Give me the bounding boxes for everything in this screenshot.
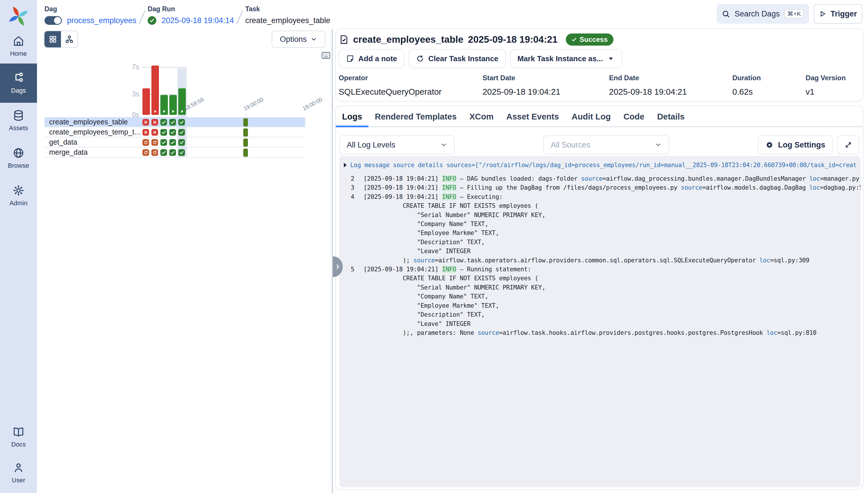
task-instance-success-icon[interactable] — [178, 149, 185, 156]
log-line-number — [344, 274, 354, 283]
log-line: ); source=airflow.task.operators.airflow… — [344, 256, 856, 265]
grid-view-button[interactable] — [44, 31, 61, 47]
dag-run-link[interactable]: 2025-09-18 19:04:14 — [162, 16, 234, 25]
task-row[interactable]: get_data — [44, 137, 305, 148]
meta-duration: Duration0.62s — [732, 74, 806, 97]
chevron-down-icon — [440, 142, 447, 148]
task-instance-retry-icon[interactable] — [152, 149, 158, 156]
log-line-number — [344, 301, 354, 310]
tab-xcom[interactable]: XCom — [463, 110, 500, 126]
log-line: "Company Name" TEXT, — [344, 292, 856, 301]
dag-run-bar[interactable] — [152, 66, 159, 115]
log-source-select[interactable]: All Sources — [543, 135, 669, 154]
breadcrumb: Dag process_employees Dag Run 2025-09-18… — [44, 5, 330, 25]
meta-dag-version: Dag Versionv1 — [806, 74, 860, 97]
tab-code[interactable]: Code — [617, 110, 651, 126]
log-line-number: 3 — [344, 183, 354, 192]
task-instance-failed-icon[interactable] — [152, 119, 158, 126]
log-source-header[interactable]: Log message source details sources=["/ro… — [344, 160, 856, 170]
play-state-icon — [171, 109, 175, 114]
mark-task-instance-as-button[interactable]: Mark Task Instance as... — [510, 49, 623, 68]
dags-icon — [13, 72, 24, 84]
task-name[interactable]: get_data — [44, 138, 144, 146]
task-instance-success-icon[interactable] — [160, 129, 167, 136]
task-instance-success-icon[interactable] — [178, 129, 185, 136]
task-instance-success-icon[interactable] — [169, 149, 176, 156]
log-line: "Leave" INTEGER — [344, 320, 856, 328]
dag-run-bar[interactable] — [178, 88, 186, 115]
sidebar-item-user[interactable]: User — [0, 455, 37, 491]
task-instance-retry-icon[interactable] — [152, 139, 158, 146]
task-instance-success-icon[interactable] — [160, 149, 167, 156]
task-name[interactable]: merge_data — [44, 148, 144, 156]
log-line: 4[2025-09-18 19:04:21] INFO – Executing: — [344, 193, 856, 201]
dag-run-success-icon — [148, 16, 156, 25]
add-note-button[interactable]: Add a note — [339, 49, 405, 68]
search-dags-button[interactable]: Search Dags ⌘+K — [716, 4, 809, 24]
sidebar-item-home[interactable]: Home — [0, 29, 37, 64]
sidebar-item-assets[interactable]: Assets — [0, 103, 37, 138]
log-line: 2[2025-09-18 19:04:21] INFO – DAG bundle… — [344, 174, 856, 183]
expand-icon — [845, 141, 852, 149]
task-instance-success-icon[interactable] — [178, 119, 185, 126]
task-instance-failed-icon[interactable] — [142, 119, 149, 126]
task-instance-title: create_employees_table — [353, 34, 463, 45]
task-row[interactable]: create_employees_table — [44, 117, 305, 127]
log-line-number: 2 — [344, 174, 354, 183]
dag-name-link[interactable]: process_employees — [67, 16, 136, 25]
check-icon — [571, 37, 577, 42]
options-button[interactable]: Options — [271, 30, 325, 48]
dag-run-bar[interactable] — [169, 95, 177, 115]
airflow-logo-icon[interactable] — [0, 3, 37, 29]
sidebar-item-admin[interactable]: Admin — [0, 178, 37, 214]
trigger-button[interactable]: Trigger — [814, 4, 862, 24]
task-instance-success-icon[interactable] — [169, 129, 176, 136]
airflow-app: HomeDagsAssetsBrowseAdmin DocsUser Dag p… — [0, 0, 868, 493]
task-name[interactable]: create_employees_table — [44, 118, 144, 126]
fullscreen-button[interactable] — [837, 135, 859, 154]
sidebar-item-docs[interactable]: Docs — [0, 419, 37, 455]
task-instance-success-icon[interactable] — [169, 119, 176, 126]
task-row[interactable]: create_employees_temp_table — [44, 127, 305, 137]
task-instance-success-icon[interactable] — [178, 139, 185, 146]
log-line: CREATE TABLE IF NOT EXISTS employees ( — [344, 274, 856, 283]
task-instance-retry-icon[interactable] — [142, 139, 149, 146]
tab-audit-log[interactable]: Audit Log — [565, 110, 617, 126]
dag-pause-toggle[interactable] — [44, 16, 62, 25]
queued-run-mark — [243, 119, 248, 126]
log-level-select[interactable]: All Log Levels — [339, 135, 455, 154]
task-instance-failed-icon[interactable] — [152, 129, 158, 136]
task-instance-success-icon[interactable] — [169, 139, 176, 146]
sidebar-item-dags[interactable]: Dags — [0, 64, 37, 103]
dag-run-bar[interactable] — [142, 88, 150, 115]
log-line: 5[2025-09-18 19:04:21] INFO – Running st… — [344, 265, 856, 274]
tab-rendered-templates[interactable]: Rendered Templates — [368, 110, 463, 126]
graph-view-button[interactable] — [61, 31, 77, 47]
log-line-number — [344, 256, 354, 265]
task-instance-success-icon[interactable] — [160, 139, 167, 146]
tab-details[interactable]: Details — [651, 110, 691, 126]
task-instance-failed-icon[interactable] — [142, 129, 149, 136]
dag-run-bar[interactable] — [160, 95, 168, 115]
clear-task-instance-button[interactable]: Clear Task Instance — [408, 49, 506, 68]
task-row[interactable]: merge_data — [44, 148, 305, 157]
home-icon — [13, 35, 24, 47]
tab-logs[interactable]: Logs — [336, 110, 368, 126]
keyboard-shortcuts-button[interactable] — [321, 51, 330, 62]
sidebar-item-browse[interactable]: Browse — [0, 138, 37, 178]
task-instance-success-icon[interactable] — [160, 119, 167, 126]
log-line-number — [344, 310, 354, 319]
status-badge: Success — [566, 34, 613, 46]
trigger-label: Trigger — [830, 9, 857, 19]
task-rows: create_employees_tablecreate_employees_t… — [44, 117, 305, 157]
log-line: "Leave" INTEGER — [344, 247, 856, 256]
task-instance-retry-icon[interactable] — [142, 149, 149, 156]
task-doc-icon — [339, 35, 348, 44]
tab-asset-events[interactable]: Asset Events — [500, 110, 565, 126]
queued-run-mark — [243, 149, 248, 157]
task-name[interactable]: create_employees_temp_table — [44, 128, 144, 136]
log-line: "Company Name" TEXT, — [344, 220, 856, 229]
log-line-number — [344, 247, 354, 256]
task-name: create_employees_table — [245, 16, 330, 25]
log-settings-button[interactable]: Log Settings — [758, 135, 833, 154]
